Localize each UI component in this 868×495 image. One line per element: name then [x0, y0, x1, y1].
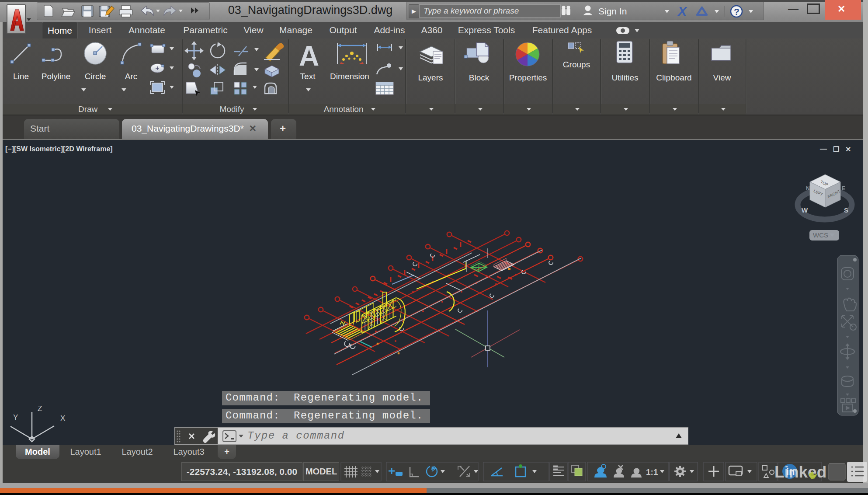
svg-text:A: A — [299, 40, 319, 72]
svg-text:Linked: Linked — [774, 463, 826, 481]
svg-text:Y: Y — [13, 413, 18, 422]
svg-text:Sign In: Sign In — [598, 6, 627, 16]
svg-text:WCS: WCS — [813, 231, 828, 239]
svg-text:E: E — [842, 185, 845, 192]
svg-text:S: S — [844, 206, 848, 214]
svg-text:Z: Z — [38, 404, 42, 413]
svg-text:?: ? — [734, 7, 740, 17]
svg-text:1:1: 1:1 — [646, 467, 658, 477]
svg-text:X: X — [677, 5, 687, 18]
svg-text:X: X — [60, 414, 65, 422]
svg-text:W: W — [802, 206, 808, 214]
svg-text:N: N — [806, 185, 810, 192]
